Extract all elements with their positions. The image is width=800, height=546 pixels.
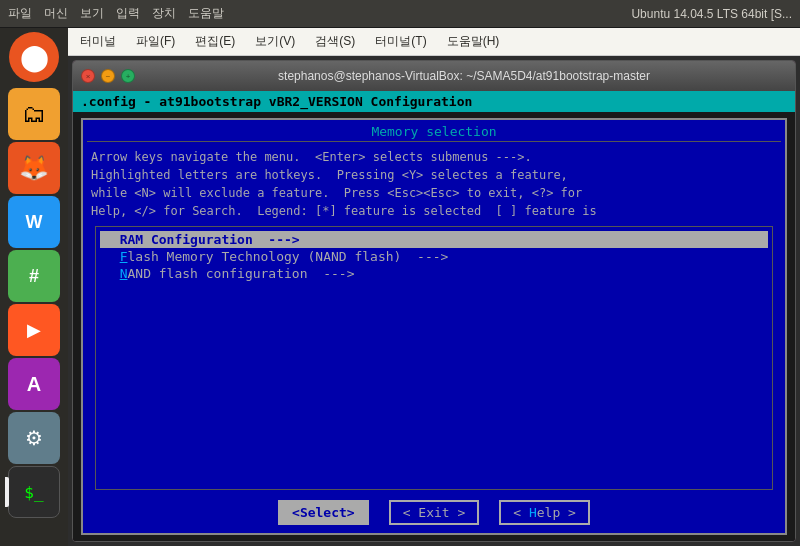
launcher-icon-files[interactable]: 🗂: [8, 88, 60, 140]
hotkey-n: N: [120, 266, 128, 281]
launcher-icon-browser[interactable]: 🦊: [8, 142, 60, 194]
appmenu-view[interactable]: 보기(V): [251, 31, 299, 52]
browser-icon: 🦊: [19, 154, 49, 182]
appmenu-help[interactable]: 도움말(H): [443, 31, 504, 52]
launcher-icon-impress[interactable]: ▶: [8, 304, 60, 356]
appmenu-terminal[interactable]: 터미널: [76, 31, 120, 52]
hotkey-f: F: [120, 249, 128, 264]
menu-help[interactable]: 도움말: [188, 5, 224, 22]
kconfig-dialog: Memory selection Arrow keys navigate the…: [73, 112, 795, 541]
menu-machine[interactable]: 머신: [44, 5, 68, 22]
terminal-window: × − + stephanos@stephanos-VirtualBox: ~/…: [72, 60, 796, 542]
launcher-icon-fonts[interactable]: A: [8, 358, 60, 410]
config-header: .config - at91bootstrap vBR2_VERSION Con…: [73, 91, 795, 112]
terminal-icon: $_: [24, 483, 43, 502]
menu-devices[interactable]: 장치: [152, 5, 176, 22]
files-icon: 🗂: [22, 100, 46, 128]
terminal-titlebar: × − + stephanos@stephanos-VirtualBox: ~/…: [73, 61, 795, 91]
menu-input[interactable]: 입력: [116, 5, 140, 22]
calc-icon: #: [29, 266, 39, 287]
maximize-button[interactable]: +: [121, 69, 135, 83]
system-bar: 파일 머신 보기 입력 장치 도움말 Ubuntu 14.04.5 LTS 64…: [0, 0, 800, 28]
unity-launcher: ⬤ 🗂 🦊 W # ▶ A ⚙ $_: [0, 28, 68, 546]
kconfig-inner: Memory selection Arrow keys navigate the…: [81, 118, 787, 535]
app-menubar: 터미널 파일(F) 편집(E) 보기(V) 검색(S) 터미널(T) 도움말(H…: [68, 28, 800, 56]
appmenu-terminalmenu[interactable]: 터미널(T): [371, 31, 430, 52]
main-area: 터미널 파일(F) 편집(E) 보기(V) 검색(S) 터미널(T) 도움말(H…: [68, 28, 800, 546]
menu-item-nand[interactable]: NAND flash configuration --->: [100, 265, 768, 282]
kconfig-buttons: <Select> < Exit > < Help >: [87, 494, 781, 529]
launcher-icon-settings[interactable]: ⚙: [8, 412, 60, 464]
menu-view[interactable]: 보기: [80, 5, 104, 22]
kconfig-help: Arrow keys navigate the menu. <Enter> se…: [87, 146, 781, 222]
help-hotkey-icon: H: [529, 505, 537, 520]
launcher-icon-calc[interactable]: #: [8, 250, 60, 302]
minimize-button[interactable]: −: [101, 69, 115, 83]
appmenu-edit[interactable]: 편집(E): [191, 31, 239, 52]
terminal-content[interactable]: .config - at91bootstrap vBR2_VERSION Con…: [73, 91, 795, 541]
exit-button[interactable]: < Exit >: [389, 500, 480, 525]
close-button[interactable]: ×: [81, 69, 95, 83]
window-title: Ubuntu 14.04.5 LTS 64bit [S...: [631, 7, 792, 21]
help-button[interactable]: < Help >: [499, 500, 590, 525]
kconfig-title: Memory selection: [87, 124, 781, 142]
ubuntu-logo-icon: ⬤: [20, 42, 49, 73]
menu-item-flash[interactable]: Flash Memory Technology (NAND flash) ---…: [100, 248, 768, 265]
menu-file[interactable]: 파일: [8, 5, 32, 22]
kconfig-menu-area: RAM Configuration ---> Flash Memory Tech…: [95, 226, 773, 490]
settings-icon: ⚙: [25, 426, 43, 450]
menu-item-ram[interactable]: RAM Configuration --->: [100, 231, 768, 248]
appmenu-file[interactable]: 파일(F): [132, 31, 179, 52]
select-button[interactable]: <Select>: [278, 500, 369, 525]
writer-icon: W: [26, 212, 43, 233]
launcher-icon-terminal[interactable]: $_: [8, 466, 60, 518]
launcher-icon-ubuntu[interactable]: ⬤: [9, 32, 59, 82]
impress-icon: ▶: [27, 319, 41, 341]
terminal-title: stephanos@stephanos-VirtualBox: ~/SAMA5D…: [141, 69, 787, 83]
appmenu-search[interactable]: 검색(S): [311, 31, 359, 52]
system-bar-menus: 파일 머신 보기 입력 장치 도움말: [8, 5, 224, 22]
launcher-icon-writer[interactable]: W: [8, 196, 60, 248]
fonts-icon: A: [27, 373, 41, 396]
